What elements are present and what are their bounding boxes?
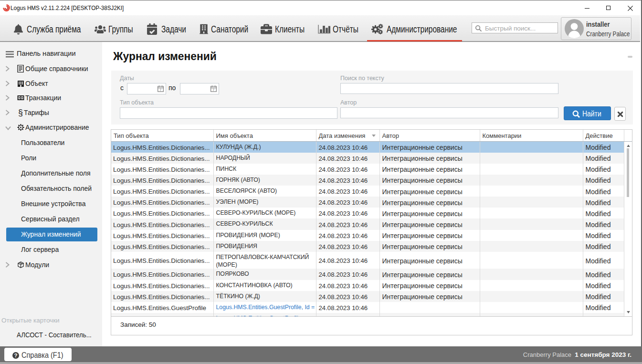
svg-text:7: 7	[212, 88, 214, 92]
svg-text:7: 7	[159, 88, 161, 92]
